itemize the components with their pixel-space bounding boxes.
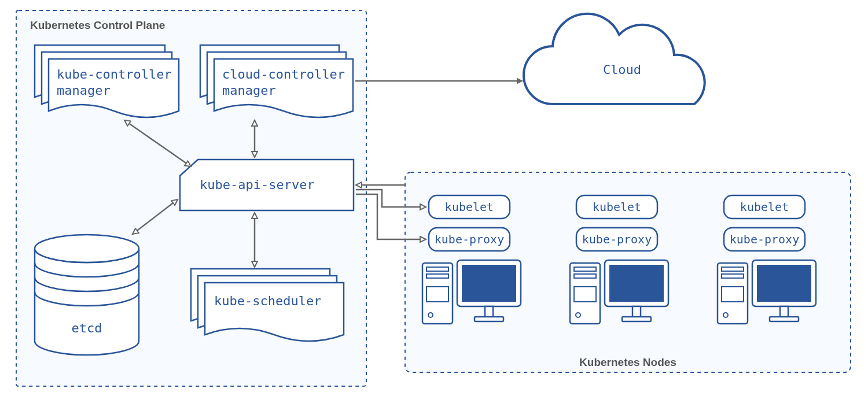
ccm-label-1: cloud-controller xyxy=(222,67,345,82)
scheduler-label: kube-scheduler xyxy=(214,294,321,308)
node2-kubeproxy: kube-proxy xyxy=(582,232,652,246)
node2-kubelet: kubelet xyxy=(593,200,641,214)
kcm-label-1: kube-controller xyxy=(57,67,172,82)
kube-controller-manager: kube-controller manager xyxy=(35,45,179,117)
svg-rect-13 xyxy=(475,317,503,321)
svg-rect-24 xyxy=(622,317,651,321)
svg-rect-22 xyxy=(609,265,664,302)
control-plane-group: Kubernetes Control Plane kube-controller… xyxy=(16,10,366,386)
node3-kubelet: kubelet xyxy=(740,200,789,214)
nodes-group: Kubernetes Nodes kubelet kube-proxy kub xyxy=(405,172,851,372)
cloud: Cloud xyxy=(524,14,705,104)
node3-kubeproxy: kube-proxy xyxy=(730,232,799,246)
kube-scheduler: kube-scheduler xyxy=(191,269,344,341)
kube-api-server: kube-api-server xyxy=(180,160,354,210)
svg-rect-33 xyxy=(757,265,811,302)
etcd-label: etcd xyxy=(72,321,102,335)
cloud-controller-manager: cloud-controller manager xyxy=(200,45,353,117)
control-plane-title: Kubernetes Control Plane xyxy=(30,19,165,31)
api-server-label: kube-api-server xyxy=(200,177,315,192)
svg-rect-23 xyxy=(632,306,641,317)
svg-point-1 xyxy=(35,235,139,262)
kcm-label-2: manager xyxy=(57,83,111,98)
svg-rect-35 xyxy=(770,317,799,321)
node1-kubelet: kubelet xyxy=(445,200,494,214)
nodes-title: Kubernetes Nodes xyxy=(579,356,676,368)
ccm-label-2: manager xyxy=(222,83,276,98)
etcd: etcd xyxy=(35,235,139,355)
node1-kubeproxy: kube-proxy xyxy=(435,232,504,246)
svg-rect-11 xyxy=(462,265,516,302)
svg-rect-12 xyxy=(485,306,493,317)
svg-rect-34 xyxy=(780,306,788,317)
cloud-label: Cloud xyxy=(603,62,641,77)
